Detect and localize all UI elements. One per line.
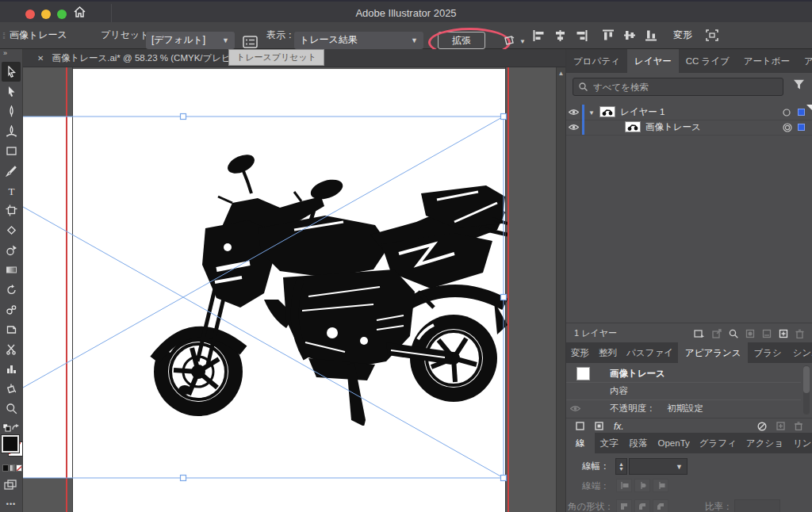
align-left-button[interactable]	[533, 22, 545, 48]
tab-transform[interactable]: 変形	[566, 342, 594, 363]
align-vcenter-button[interactable]	[624, 22, 635, 48]
layer-expand-chevron[interactable]: ▼	[588, 109, 595, 117]
type-tool[interactable]: T	[2, 181, 21, 201]
free-transform-icon[interactable]	[706, 22, 718, 48]
transform-label[interactable]: 変形	[673, 22, 692, 48]
cap-butt-button[interactable]	[616, 479, 632, 492]
artboard-tool[interactable]	[2, 201, 21, 220]
stroke-width-combo[interactable]: ▼	[629, 458, 688, 475]
join-bevel-button[interactable]	[653, 499, 668, 512]
gradient-tool[interactable]	[2, 260, 21, 280]
tab-align[interactable]: 整列	[594, 342, 622, 363]
join-miter-button[interactable]	[616, 499, 632, 512]
tab-glyphs[interactable]: グラフィ	[695, 433, 741, 453]
appearance-item-row[interactable]: 画像トレース	[566, 365, 801, 383]
fill-stroke-control[interactable]	[2, 435, 22, 460]
selection-color-square[interactable]	[798, 124, 805, 131]
tab-assets[interactable]: アセットの	[797, 49, 812, 73]
live-paint-bucket-tool[interactable]	[2, 379, 21, 399]
miter-ratio-field[interactable]	[734, 499, 780, 512]
tab-artboards[interactable]: アートボー	[737, 49, 797, 73]
gradient-mode-swatch[interactable]	[10, 464, 16, 472]
toolbar-expand-button[interactable]: »	[0, 49, 22, 62]
more-tools-button[interactable]: •••	[0, 500, 22, 508]
document-title[interactable]: 画像トレース.ai* @ 58.23 % (CMYK/プレビュー)	[52, 52, 252, 64]
scissors-tool[interactable]	[2, 339, 21, 359]
scroll-up-icon[interactable]: ▲	[557, 70, 565, 77]
selection-bounding-box[interactable]	[23, 67, 556, 512]
cap-projecting-button[interactable]	[653, 479, 668, 492]
color-mode-swatch[interactable]	[2, 464, 9, 472]
layer-row-2[interactable]: 画像トレース	[566, 120, 812, 136]
paintbrush-tool[interactable]	[2, 161, 21, 181]
appearance-opacity-row[interactable]: 不透明度： 初期設定	[566, 399, 801, 417]
controlbar-grip[interactable]: ⁞⁞	[2, 22, 4, 48]
expand-button[interactable]: 拡張	[438, 32, 485, 49]
curvature-tool[interactable]	[2, 121, 21, 141]
close-document-icon[interactable]: ✕	[37, 54, 44, 63]
tab-layers[interactable]: レイヤー	[627, 49, 679, 73]
appearance-scrollbar[interactable]	[803, 365, 810, 415]
tab-actions[interactable]: アクショ	[741, 433, 788, 453]
target-selected-icon[interactable]	[783, 123, 792, 132]
tab-symbols[interactable]: シンボル	[787, 342, 812, 363]
tab-properties[interactable]: プロパティ	[566, 49, 627, 73]
canvas-vertical-scrollbar[interactable]: ▲	[556, 67, 565, 512]
target-circle-icon[interactable]	[783, 109, 791, 117]
rectangle-tool[interactable]	[2, 141, 21, 161]
layer-thumbnail[interactable]	[599, 106, 615, 117]
symbol-sprayer-tool[interactable]	[2, 300, 21, 319]
search-input[interactable]	[592, 82, 783, 93]
appearance-contents-row[interactable]: 内容	[566, 382, 801, 400]
tab-brushes[interactable]: ブラシ	[748, 342, 787, 363]
tab-cc-libraries[interactable]: CC ライブ	[679, 49, 737, 73]
scrollbar-thumb[interactable]	[803, 366, 810, 393]
make-mask-icon[interactable]	[745, 329, 755, 338]
tab-paragraph[interactable]: 段落	[624, 433, 653, 453]
join-round-button[interactable]	[634, 499, 650, 512]
align-bottom-button[interactable]	[645, 22, 657, 48]
eraser-tool[interactable]	[2, 220, 21, 240]
align-center-button[interactable]	[554, 22, 566, 48]
visibility-eye-icon[interactable]	[569, 109, 579, 116]
export-icon[interactable]	[712, 329, 722, 338]
slice-tool[interactable]	[2, 319, 21, 339]
object-name[interactable]: 画像トレース	[645, 121, 701, 133]
pen-tool[interactable]	[2, 101, 21, 121]
cap-round-button[interactable]	[634, 479, 650, 492]
canvas-area[interactable]: ▲	[23, 67, 565, 512]
tab-opentype[interactable]: OpenTy	[653, 433, 695, 453]
collect-for-export-icon[interactable]	[694, 329, 705, 338]
new-layer-icon[interactable]	[779, 329, 788, 338]
shape-builder-tool[interactable]	[2, 240, 21, 260]
duplicate-item-icon[interactable]	[776, 422, 785, 430]
delete-layer-icon[interactable]	[795, 329, 804, 338]
none-mode-swatch[interactable]	[16, 464, 22, 472]
direct-selection-tool[interactable]	[2, 82, 21, 101]
add-stroke-icon[interactable]	[576, 422, 584, 430]
selection-tool[interactable]	[2, 62, 21, 82]
visibility-eye-icon[interactable]	[569, 124, 579, 131]
column-graph-tool[interactable]	[2, 359, 21, 379]
stroke-width-stepper[interactable]: ▲▼	[615, 458, 627, 475]
rotate-tool[interactable]	[2, 280, 21, 300]
layer-name[interactable]: レイヤー 1	[620, 106, 665, 118]
layer-row-1[interactable]: ▼ レイヤー 1	[566, 105, 812, 120]
zoom-tool[interactable]	[2, 399, 21, 418]
opacity-value[interactable]: 初期設定	[667, 403, 703, 415]
object-thumbnail[interactable]	[625, 121, 641, 132]
clear-appearance-icon[interactable]	[757, 422, 767, 431]
tab-links[interactable]: リンク	[788, 433, 812, 453]
align-top-button[interactable]	[603, 22, 614, 48]
fill-swatch-black[interactable]	[2, 435, 19, 453]
tab-appearance[interactable]: アピアランス	[678, 342, 749, 363]
visibility-eye-icon[interactable]	[570, 405, 580, 412]
tab-pathfinder[interactable]: パスファイ	[622, 342, 678, 363]
add-effect-button[interactable]: fx.	[614, 421, 624, 432]
locate-object-icon[interactable]	[729, 329, 738, 338]
tab-stroke[interactable]: 線	[566, 433, 595, 453]
add-fill-icon[interactable]	[595, 422, 603, 430]
swap-fill-stroke-icon[interactable]	[11, 423, 20, 432]
tab-character[interactable]: 文字	[595, 433, 624, 453]
filter-funnel-icon[interactable]	[793, 79, 805, 90]
